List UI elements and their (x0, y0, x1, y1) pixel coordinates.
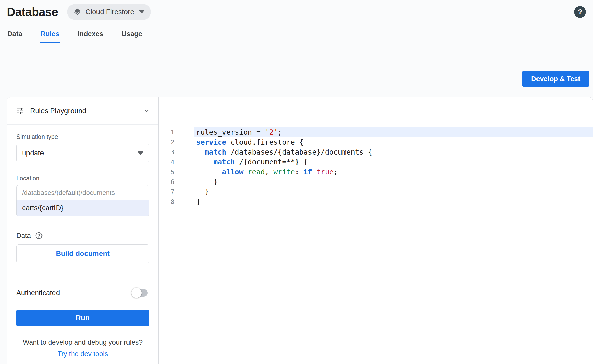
run-button[interactable]: Run (16, 310, 149, 326)
line-number: 3 (159, 147, 194, 157)
tab-data[interactable]: Data (7, 26, 23, 43)
line-number: 4 (159, 157, 194, 167)
playground-header[interactable]: Rules Playground (7, 97, 158, 125)
location-input[interactable]: carts/{cartID} (16, 200, 149, 216)
rules-editor: 1rules_version = '2';2service cloud.fire… (159, 97, 593, 364)
line-number: 8 (159, 197, 194, 207)
code-line[interactable]: 7 } (159, 187, 593, 197)
authenticated-row: Authenticated (7, 278, 158, 308)
code-text[interactable]: match /{document=**} { (194, 157, 593, 167)
code-line[interactable]: 1rules_version = '2'; (159, 127, 593, 137)
chevron-down-icon (138, 151, 143, 155)
line-number: 1 (159, 127, 194, 137)
dev-tools-link[interactable]: Try the dev tools (7, 350, 158, 358)
simulation-type-label: Simulation type (16, 133, 58, 140)
collapse-chevron-icon[interactable] (143, 107, 151, 115)
line-number: 2 (159, 137, 194, 147)
code-line[interactable]: 3 match /databases/{database}/documents … (159, 147, 593, 157)
tab-usage[interactable]: Usage (121, 26, 143, 43)
line-number: 6 (159, 177, 194, 187)
help-icon: ? (578, 8, 582, 16)
actions-row: Develop & Test (0, 43, 593, 97)
tune-icon (16, 107, 24, 115)
editor-toolbar (159, 97, 593, 121)
code-line[interactable]: 2service cloud.firestore { (159, 137, 593, 147)
line-number: 7 (159, 187, 194, 197)
help-button[interactable]: ? (574, 6, 586, 18)
firestore-icon (73, 8, 81, 16)
location-label: Location (16, 175, 149, 182)
code-line[interactable]: 4 match /{document=**} { (159, 157, 593, 167)
code-lines[interactable]: 1rules_version = '2';2service cloud.fire… (159, 121, 593, 207)
code-text[interactable]: match /databases/{database}/documents { (194, 147, 593, 157)
code-line[interactable]: 8} (159, 197, 593, 207)
code-text[interactable]: } (194, 187, 593, 197)
tab-indexes[interactable]: Indexes (77, 26, 104, 43)
code-text[interactable]: rules_version = '2'; (194, 127, 593, 137)
code-text[interactable]: } (194, 177, 593, 187)
page-title: Database (7, 5, 58, 19)
dev-tools-prompt: Want to develop and debug your rules? (7, 339, 158, 346)
help-outline-icon[interactable] (35, 232, 43, 240)
playground-form: Simulation type update Location /databas… (7, 125, 158, 263)
code-text[interactable]: } (194, 197, 593, 207)
location-base-path: /databases/(default)/documents (16, 185, 149, 200)
simulation-type-select[interactable]: update (16, 144, 149, 162)
authenticated-toggle[interactable] (133, 289, 148, 297)
location-field-group: /databases/(default)/documents carts/{ca… (16, 185, 149, 216)
header: Database Cloud Firestore ? (0, 0, 593, 20)
chevron-down-icon (139, 10, 144, 13)
rules-card: Rules Playground Simulation type update … (7, 97, 593, 364)
product-selector-label: Cloud Firestore (86, 8, 134, 16)
code-text[interactable]: allow read, write: if true; (194, 167, 593, 177)
code-line[interactable]: 6 } (159, 177, 593, 187)
data-label: Data (16, 232, 31, 240)
line-number: 5 (159, 167, 194, 177)
data-section-header: Data (16, 232, 149, 240)
playground-title: Rules Playground (30, 107, 86, 115)
firestore-rules-page: Database Cloud Firestore ? Data Rules In… (0, 0, 593, 364)
toggle-thumb (131, 288, 142, 298)
build-document-button[interactable]: Build document (16, 244, 149, 263)
authenticated-label: Authenticated (16, 289, 60, 297)
code-text[interactable]: service cloud.firestore { (194, 137, 593, 147)
rules-playground-panel: Rules Playground Simulation type update … (7, 97, 159, 364)
tab-rules[interactable]: Rules (40, 26, 60, 43)
simulation-type-value: update (22, 149, 44, 157)
develop-test-button[interactable]: Develop & Test (522, 71, 589, 87)
tab-bar: Data Rules Indexes Usage (0, 26, 593, 43)
product-selector[interactable]: Cloud Firestore (67, 4, 151, 20)
code-line[interactable]: 5 allow read, write: if true; (159, 167, 593, 177)
